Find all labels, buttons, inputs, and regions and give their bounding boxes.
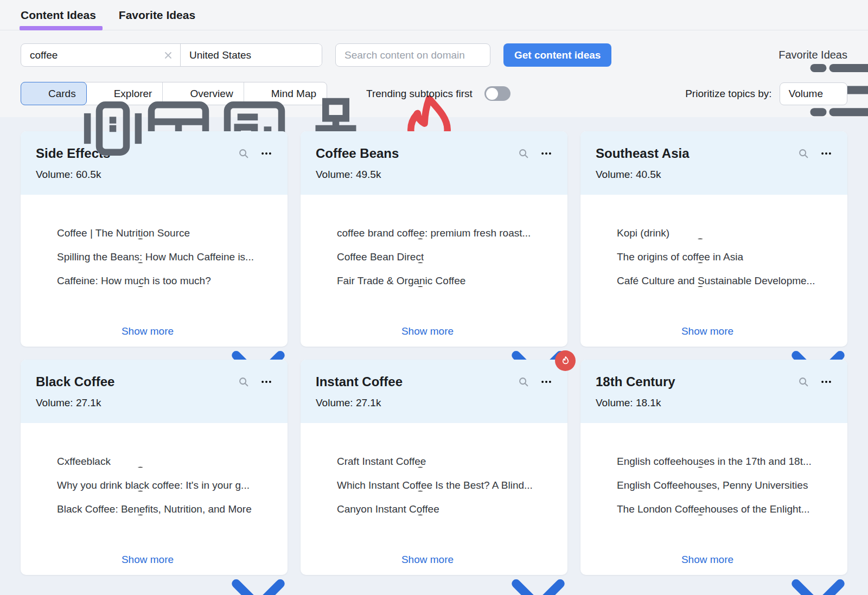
megaphone-icon xyxy=(596,503,608,515)
list-item[interactable]: Cxffeeblack xyxy=(36,456,272,468)
view-label: Mind Map xyxy=(271,88,316,100)
ellipsis-icon[interactable] xyxy=(260,376,272,388)
chevron-down-icon xyxy=(457,555,467,565)
ellipsis-icon[interactable] xyxy=(260,148,272,159)
view-mind-map[interactable]: Mind Map xyxy=(244,82,327,105)
top-tab-bar: Content Ideas Favorite Ideas xyxy=(0,0,868,30)
card-title: Black Coffee xyxy=(36,374,114,389)
megaphone-icon xyxy=(36,456,48,468)
search-icon[interactable] xyxy=(238,376,250,388)
chevron-down-icon xyxy=(457,327,467,336)
search-icon[interactable] xyxy=(518,148,529,159)
favorite-ideas-link[interactable]: Favorite Ideas xyxy=(760,49,847,61)
tab-content-ideas[interactable]: Content Ideas xyxy=(21,0,96,30)
country-value: United States xyxy=(189,49,251,61)
prioritize-value: Volume xyxy=(789,88,823,100)
megaphone-icon xyxy=(36,227,48,239)
list-item[interactable]: Canyon Instant Coffee xyxy=(316,503,552,515)
megaphone-icon xyxy=(36,503,48,515)
keyword-input[interactable] xyxy=(30,49,163,61)
cards-grid: Side Effects Volume: 60.5k Coffee | The … xyxy=(0,117,868,595)
card-body: Cxffeeblack Why you drink black coffee: … xyxy=(21,423,288,575)
prioritize-dropdown[interactable]: Volume xyxy=(780,82,847,105)
megaphone-icon xyxy=(596,227,608,239)
card-header: Southeast Asia Volume: 40.5k xyxy=(580,131,847,195)
card-body: English coffeehouses in the 17th and 18t… xyxy=(580,423,847,575)
tab-favorite-ideas[interactable]: Favorite Ideas xyxy=(119,0,195,30)
chevron-down-icon xyxy=(737,327,746,336)
list-item[interactable]: Fair Trade & Organic Coffee xyxy=(316,275,552,287)
ellipsis-icon[interactable] xyxy=(820,148,832,159)
megaphone-icon xyxy=(316,456,328,468)
view-row: Cards Explorer Overview Mind Map Trendin… xyxy=(21,82,847,105)
list-item[interactable]: Which Instant Coffee Is the Best? A Blin… xyxy=(316,479,552,491)
card-title: Southeast Asia xyxy=(596,146,690,161)
search-icon[interactable] xyxy=(797,148,809,159)
get-content-ideas-button[interactable]: Get content ideas xyxy=(503,43,611,67)
view-label: Overview xyxy=(190,88,233,100)
list-item[interactable]: Kopi (drink) xyxy=(596,227,832,239)
view-cards[interactable]: Cards xyxy=(21,82,87,105)
list-item[interactable]: Black Coffee: Benefits, Nutrition, and M… xyxy=(36,503,272,515)
show-more-link[interactable]: Show more xyxy=(21,325,288,337)
ellipsis-icon[interactable] xyxy=(540,376,552,388)
show-more-link[interactable]: Show more xyxy=(580,554,847,566)
keyword-box xyxy=(21,44,181,66)
list-item[interactable]: Coffee Bean Direct xyxy=(316,251,552,263)
megaphone-icon xyxy=(316,227,328,239)
toggle-knob xyxy=(486,88,498,100)
search-icon[interactable] xyxy=(238,148,250,159)
search-icon[interactable] xyxy=(797,376,809,388)
mindmap-icon xyxy=(254,88,266,99)
chevron-down-icon xyxy=(303,50,313,60)
topic-card-coffee-beans: Coffee Beans Volume: 49.5k coffee brand … xyxy=(301,131,567,347)
card-title: 18th Century xyxy=(596,374,675,389)
country-select[interactable]: United States xyxy=(181,44,322,66)
domain-search-input[interactable] xyxy=(335,43,490,67)
trending-toggle[interactable] xyxy=(484,86,510,101)
ellipsis-icon[interactable] xyxy=(820,376,832,388)
card-volume: Volume: 18.1k xyxy=(596,397,832,409)
cards-icon xyxy=(31,88,43,99)
list-item[interactable]: English Coffeehouses, Penny Universities xyxy=(596,479,832,491)
show-more-link[interactable]: Show more xyxy=(301,325,567,337)
show-more-link[interactable]: Show more xyxy=(301,554,567,566)
chevron-down-icon xyxy=(829,89,839,99)
trending-control: Trending subtopics first xyxy=(348,86,510,101)
list-item[interactable]: Why you drink black coffee: It's in your… xyxy=(36,479,272,491)
topic-card-18th-century: 18th Century Volume: 18.1k English coffe… xyxy=(580,360,847,575)
list-item[interactable]: English coffeehouses in the 17th and 18t… xyxy=(596,456,832,468)
card-title: Coffee Beans xyxy=(316,146,399,161)
list-item[interactable]: Caffeine: How much is too much? xyxy=(36,275,272,287)
card-header: Instant Coffee Volume: 27.1k xyxy=(301,360,567,423)
megaphone-icon xyxy=(596,456,608,468)
megaphone-icon xyxy=(316,479,328,491)
view-switcher: Cards Explorer Overview Mind Map xyxy=(21,82,327,105)
favorite-ideas-label: Favorite Ideas xyxy=(778,49,847,61)
megaphone-icon xyxy=(596,275,608,287)
list-item[interactable]: The origins of coffee in Asia xyxy=(596,251,832,263)
show-more-link[interactable]: Show more xyxy=(21,554,288,566)
chevron-down-icon xyxy=(177,327,187,336)
megaphone-icon xyxy=(596,479,608,491)
ellipsis-icon[interactable] xyxy=(540,148,552,159)
tab-label: Favorite Ideas xyxy=(119,9,195,22)
megaphone-icon xyxy=(36,251,48,263)
show-more-link[interactable]: Show more xyxy=(580,325,847,337)
list-item[interactable]: The London Coffeehouses of the Enlight..… xyxy=(596,503,832,515)
list-icon xyxy=(760,49,772,61)
list-item[interactable]: Café Culture and Sustainable Developme..… xyxy=(596,275,832,287)
clear-icon[interactable] xyxy=(163,50,174,61)
topic-card-black-coffee: Black Coffee Volume: 27.1k Cxffeeblack W… xyxy=(21,360,288,575)
topic-card-instant-coffee: Instant Coffee Volume: 27.1k Craft Insta… xyxy=(301,360,567,575)
search-icon[interactable] xyxy=(518,376,529,388)
card-title: Instant Coffee xyxy=(316,374,403,389)
list-item[interactable]: coffee brand coffee: premium fresh roast… xyxy=(316,227,552,239)
list-item[interactable]: Coffee | The Nutrition Source xyxy=(36,227,272,239)
list-item[interactable]: Spilling the Beans: How Much Caffeine is… xyxy=(36,251,272,263)
flame-icon xyxy=(348,88,360,100)
megaphone-icon xyxy=(316,251,328,263)
card-volume: Volume: 27.1k xyxy=(316,397,552,409)
card-volume: Volume: 40.5k xyxy=(596,169,832,181)
list-item[interactable]: Craft Instant Coffee xyxy=(316,456,552,468)
